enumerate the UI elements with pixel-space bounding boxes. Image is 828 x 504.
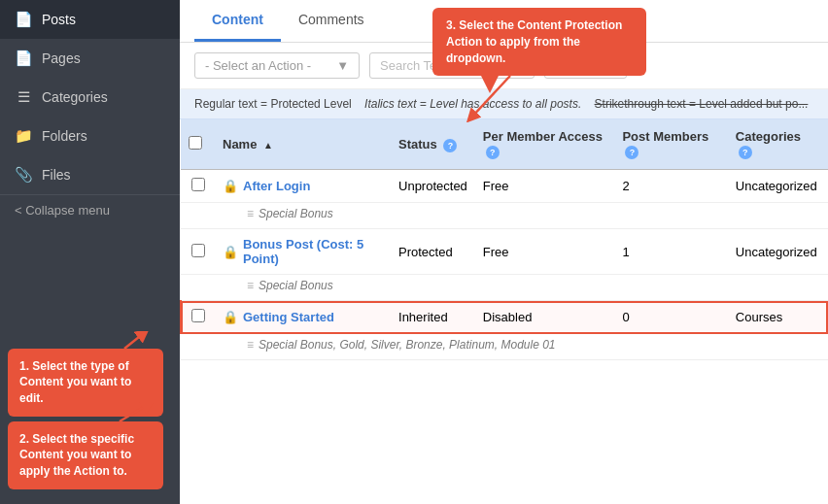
content-table: Name ▲ Status ? Per Member Access ? Post… — [180, 119, 828, 360]
categories-icon: ☰ — [15, 88, 32, 106]
status-cell: Protected — [391, 229, 475, 275]
post-name-cell: 🔒 Getting Started — [215, 301, 391, 334]
post-name-cell: 🔒 Bonus Post (Cost: 5 Point) — [215, 229, 391, 275]
row-checkbox-cell — [181, 170, 215, 203]
doc-icon: ≡ — [247, 207, 254, 220]
action-select-dropdown[interactable]: - Select an Action - ▼ — [194, 52, 360, 79]
per-member-access-cell: Free — [475, 229, 615, 275]
sidebar-item-folders[interactable]: 📁 Folders — [0, 117, 180, 155]
pages-icon: 📄 — [15, 50, 32, 67]
sidebar-item-pages[interactable]: 📄 Pages — [0, 39, 180, 78]
folders-icon: 📁 — [15, 127, 32, 145]
header-status: Status ? — [391, 119, 475, 170]
svg-line-1 — [120, 404, 149, 421]
post-members-cell: 1 — [614, 229, 727, 275]
doc-icon: ≡ — [247, 279, 254, 292]
status-cell: Inherited — [391, 301, 475, 334]
per-member-access-cell: Disabled — [475, 301, 615, 334]
sub-row: ≡ Special Bonus, Gold, Silver, Bronze, P… — [181, 334, 828, 360]
tooltip1-arrow-icon — [120, 331, 149, 351]
status-help-icon[interactable]: ? — [443, 139, 457, 152]
header-per-member-access: Per Member Access ? — [475, 119, 615, 170]
status-cell: Unprotected — [391, 170, 475, 203]
header-categories: Categories ? — [728, 119, 828, 170]
select-all-checkbox[interactable] — [189, 136, 202, 150]
doc-icon: ≡ — [247, 338, 254, 352]
categories-cell: Uncategorized — [728, 170, 828, 203]
content-table-container: Name ▲ Status ? Per Member Access ? Post… — [180, 119, 828, 504]
sidebar-item-files[interactable]: 📎 Files — [0, 155, 180, 194]
per-member-access-cell: Free — [475, 170, 615, 203]
tab-comments[interactable]: Comments — [281, 0, 382, 42]
sort-asc-icon[interactable]: ▲ — [263, 140, 273, 151]
row-checkbox-cell — [181, 229, 215, 275]
posts-icon: 📄 — [15, 11, 32, 28]
post-members-cell: 0 — [614, 301, 727, 334]
categories-cell: Courses — [728, 301, 828, 334]
sidebar-item-categories[interactable]: ☰ Categories — [0, 78, 180, 117]
sidebar: 📄 Posts 📄 Pages ☰ Categories 📁 Folders 📎… — [0, 0, 180, 504]
lock-icon: 🔒 — [223, 179, 238, 193]
sub-label-cell: ≡ Special Bonus, Gold, Silver, Bronze, P… — [215, 334, 828, 360]
tooltip3-svg-arrow-icon — [462, 74, 520, 122]
main-content: 3. Select the Content Protection Action … — [180, 0, 828, 504]
table-row: 🔒 After Login Unprotected Free 2 Unc — [181, 170, 828, 203]
files-icon: 📎 — [15, 166, 32, 184]
row-checkbox[interactable] — [191, 244, 205, 257]
sub-label-cell: ≡ Special Bonus — [215, 275, 828, 301]
row-checkbox[interactable] — [191, 178, 205, 191]
per-member-help-icon[interactable]: ? — [486, 146, 500, 159]
post-name-link[interactable]: 🔒 After Login — [223, 179, 383, 193]
sub-label: ≡ Special Bonus — [223, 207, 820, 220]
categories-cell: Uncategorized — [728, 229, 828, 275]
sub-row: ≡ Special Bonus — [181, 275, 828, 301]
svg-line-0 — [124, 333, 144, 349]
sub-label-cell: ≡ Special Bonus — [215, 203, 828, 229]
lock-icon: 🔒 — [223, 310, 238, 324]
post-name-cell: 🔒 After Login — [215, 170, 391, 203]
header-post-members: Post Members ? — [614, 119, 727, 170]
sub-label: ≡ Special Bonus — [223, 279, 820, 292]
chevron-down-icon: ▼ — [336, 58, 349, 73]
header-name: Name ▲ — [215, 119, 391, 170]
table-row: 🔒 Getting Started Inherited Disabled 0 — [181, 301, 828, 334]
header-checkbox-col — [181, 119, 215, 170]
categories-help-icon[interactable]: ? — [739, 146, 752, 159]
post-members-help-icon[interactable]: ? — [625, 146, 638, 159]
row-checkbox-cell — [181, 301, 215, 334]
tooltip2-arrow-icon — [115, 402, 154, 423]
tab-content[interactable]: Content — [194, 0, 281, 42]
sub-row: ≡ Special Bonus — [181, 203, 828, 229]
tooltip-2: 2. Select the specific Content you want … — [8, 421, 163, 489]
tooltip-3: 3. Select the Content Protection Action … — [432, 8, 646, 76]
row-checkbox[interactable] — [191, 309, 205, 322]
sub-label: ≡ Special Bonus, Gold, Silver, Bronze, P… — [223, 338, 820, 352]
collapse-menu[interactable]: < Collapse menu — [0, 194, 180, 225]
sidebar-item-posts[interactable]: 📄 Posts — [0, 0, 180, 39]
table-row: 🔒 Bonus Post (Cost: 5 Point) Protected F… — [181, 229, 828, 275]
post-name-link[interactable]: 🔒 Getting Started — [223, 310, 383, 324]
post-name-link[interactable]: 🔒 Bonus Post (Cost: 5 Point) — [223, 237, 383, 266]
post-members-cell: 2 — [614, 170, 727, 203]
svg-line-2 — [471, 76, 510, 118]
table-header-row: Name ▲ Status ? Per Member Access ? Post… — [181, 119, 828, 170]
lock-icon: 🔒 — [223, 245, 238, 259]
